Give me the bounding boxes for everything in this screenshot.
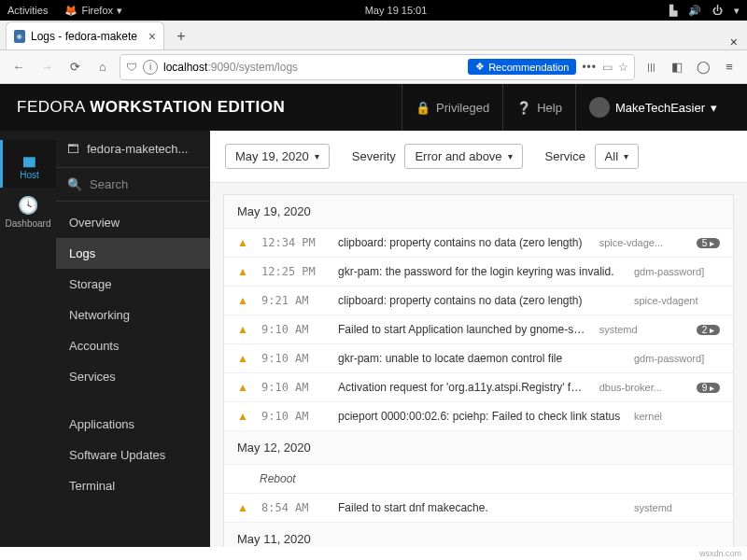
gnome-top-bar: Activities 🦊 Firefox ▾ May 19 15:01 ▙ 🔊 …: [0, 0, 747, 21]
log-row[interactable]: ▲12:34 PMclipboard: property contains no…: [224, 229, 733, 258]
activities-button[interactable]: Activities: [7, 5, 48, 16]
log-message: gkr-pam: unable to locate daemon control…: [338, 352, 623, 365]
browser-toolbar: ← → ⟳ ⌂ 🛡 i localhost:9090/system/logs ❖…: [0, 50, 747, 84]
network-icon[interactable]: ▙: [669, 5, 677, 17]
recommendation-badge[interactable]: ❖ Recommendation: [468, 59, 576, 75]
volume-icon[interactable]: 🔊: [688, 5, 701, 17]
log-message: Activation request for 'org.a11y.atspi.R…: [338, 381, 588, 394]
log-service: gdm-password]: [634, 266, 720, 277]
app-menu[interactable]: 🦊 Firefox ▾: [64, 5, 122, 17]
log-message: Failed to start dnf makecache.: [338, 501, 623, 514]
service-filter[interactable]: All: [595, 144, 639, 169]
log-count-badge: 2 ▸: [697, 325, 720, 335]
sidebar-item-software-updates[interactable]: Software Updates: [56, 440, 210, 470]
log-row[interactable]: ▲8:54 AMFailed to start dnf makecache.sy…: [224, 494, 733, 523]
rail-host[interactable]: ▄ Host: [0, 140, 56, 188]
back-button[interactable]: ←: [7, 56, 30, 78]
sidebar-host[interactable]: 🗔 fedora-maketech...: [56, 131, 210, 168]
reader-icon[interactable]: ▭: [602, 61, 613, 74]
log-count-badge: 9 ▸: [697, 383, 720, 393]
clock[interactable]: May 19 15:01: [122, 5, 669, 16]
log-message: clipboard: property contains no data (ze…: [338, 294, 623, 307]
new-tab-button[interactable]: +: [168, 23, 194, 49]
log-date-header: May 19, 2020: [224, 195, 733, 229]
log-count-badge: 5 ▸: [697, 238, 720, 248]
sidebar-item-overview[interactable]: Overview: [56, 207, 210, 238]
sidebar-item-applications[interactable]: Applications: [56, 409, 210, 440]
site-info-icon[interactable]: i: [143, 60, 158, 75]
log-service: kernel: [634, 411, 720, 422]
sidebar-item-terminal[interactable]: Terminal: [56, 470, 210, 501]
power-icon[interactable]: ⏻: [712, 5, 723, 16]
log-time: 9:10 AM: [261, 323, 327, 336]
sidebar-item-logs[interactable]: Logs: [56, 238, 210, 269]
warning-icon: ▲: [237, 381, 250, 394]
log-row[interactable]: ▲9:10 AMFailed to start Application laun…: [224, 315, 733, 344]
chevron-down-icon[interactable]: ▾: [734, 5, 740, 17]
warning-icon: ▲: [237, 323, 250, 336]
sidebar-nav: Overview Logs Storage Networking Account…: [56, 202, 210, 507]
server-icon: ▄: [23, 147, 35, 167]
sidebar-item-networking[interactable]: Networking: [56, 300, 210, 330]
reload-button[interactable]: ⟳: [63, 56, 86, 78]
sidebar-icon[interactable]: ◧: [667, 60, 687, 74]
home-button[interactable]: ⌂: [92, 56, 114, 78]
menu-icon[interactable]: ≡: [719, 60, 740, 74]
warning-icon: ▲: [237, 236, 250, 249]
log-filters: May 19, 2020 Severity Error and above Se…: [210, 131, 747, 183]
help-menu[interactable]: ❔ Help: [502, 84, 575, 131]
log-message: pcieport 0000:00:02.6: pciehp: Failed to…: [338, 410, 623, 423]
tab-favicon: ⎈: [14, 30, 25, 43]
log-row[interactable]: ▲9:10 AMpcieport 0000:00:02.6: pciehp: F…: [224, 402, 733, 431]
window-close-button[interactable]: ×: [721, 35, 747, 49]
date-filter[interactable]: May 19, 2020: [225, 144, 330, 169]
log-service: spice-vdage...: [599, 237, 685, 248]
privileged-indicator[interactable]: 🔒 Privileged: [402, 84, 502, 131]
main-content: May 19, 2020 Severity Error and above Se…: [210, 131, 747, 547]
warning-icon: ▲: [237, 265, 250, 278]
log-row[interactable]: ▲9:21 AMclipboard: property contains no …: [224, 287, 733, 315]
log-time: 12:34 PM: [261, 236, 327, 249]
account-icon[interactable]: ◯: [693, 60, 713, 74]
severity-filter[interactable]: Error and above: [404, 144, 522, 169]
host-icon: 🗔: [67, 142, 79, 156]
search-icon: 🔍: [67, 177, 82, 191]
bookmark-icon[interactable]: ☆: [618, 61, 628, 74]
tab-title: Logs - fedora-maketeche: [31, 30, 137, 43]
log-list[interactable]: May 19, 2020▲12:34 PMclipboard: property…: [210, 183, 747, 547]
browser-tab[interactable]: ⎈ Logs - fedora-maketeche ×: [6, 21, 164, 49]
rail-dashboard[interactable]: 🕓 Dashboard: [0, 188, 56, 236]
close-tab-icon[interactable]: ×: [148, 29, 156, 44]
log-service: systemd: [634, 502, 720, 513]
help-icon: ❔: [516, 101, 531, 115]
browser-tab-strip: ⎈ Logs - fedora-maketeche × + ×: [0, 21, 747, 50]
log-time: 8:54 AM: [261, 501, 327, 514]
log-time: 9:21 AM: [261, 294, 327, 307]
sidebar-item-services[interactable]: Services: [56, 361, 210, 392]
shield-icon[interactable]: 🛡: [126, 61, 137, 74]
log-service: systemd: [599, 324, 685, 335]
sidebar-item-storage[interactable]: Storage: [56, 269, 210, 300]
page-actions-icon[interactable]: •••: [582, 61, 597, 74]
avatar: [589, 97, 610, 118]
sidebar-search[interactable]: 🔍 Search: [56, 168, 210, 202]
log-service: dbus-broker...: [599, 382, 685, 393]
firefox-icon: 🦊: [64, 5, 78, 17]
url-bar[interactable]: 🛡 i localhost:9090/system/logs ❖ Recomme…: [120, 54, 635, 80]
log-row[interactable]: ▲9:10 AMgkr-pam: unable to locate daemon…: [224, 344, 733, 373]
log-row[interactable]: ▲9:10 AMActivation request for 'org.a11y…: [224, 373, 733, 402]
log-time: 12:25 PM: [261, 265, 327, 278]
user-menu[interactable]: MakeTechEasier ▾: [575, 84, 730, 131]
url-text: localhost:9090/system/logs: [163, 61, 462, 74]
log-time: 9:10 AM: [261, 352, 327, 365]
log-message: Failed to start Application launched by …: [338, 323, 588, 336]
log-row[interactable]: ▲12:25 PMgkr-pam: the password for the l…: [224, 258, 733, 287]
forward-button[interactable]: →: [35, 56, 58, 78]
chevron-down-icon: ▾: [711, 101, 717, 115]
sidebar: 🗔 fedora-maketech... 🔍 Search Overview L…: [56, 131, 210, 547]
log-service: spice-vdagent: [634, 295, 720, 306]
sidebar-item-accounts[interactable]: Accounts: [56, 330, 210, 361]
rail-nav: ▄ Host 🕓 Dashboard: [0, 131, 56, 547]
library-icon[interactable]: ⫼: [641, 60, 661, 74]
warning-icon: ▲: [237, 410, 250, 423]
